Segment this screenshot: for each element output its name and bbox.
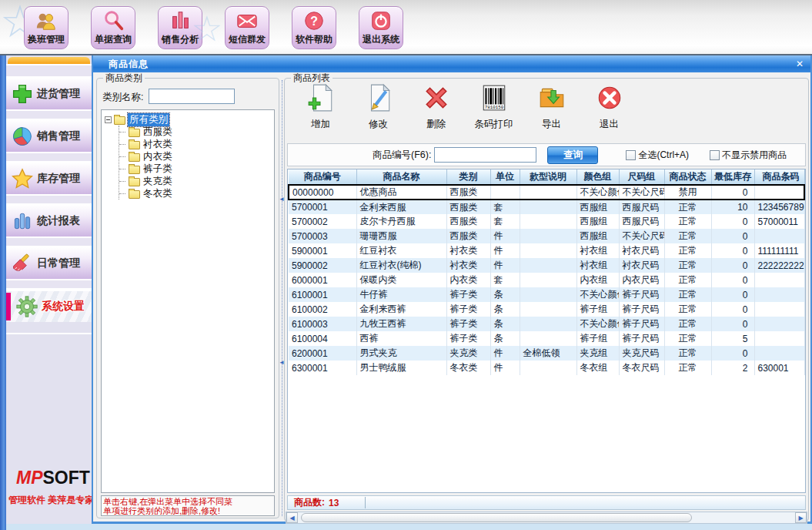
table-cell: 正常	[664, 214, 711, 229]
table-row[interactable]: 6100001牛仔裤裤子类条不关心颜色裤子尺码正常0	[289, 287, 804, 302]
table-cell: 件	[490, 346, 520, 361]
category-name-input[interactable]	[149, 89, 235, 104]
table-cell: 件	[490, 258, 520, 273]
column-header-单位[interactable]: 单位	[490, 169, 520, 185]
table-cell: 西服尺码	[619, 214, 664, 229]
column-header-颜色组[interactable]: 颜色组	[576, 169, 619, 185]
column-header-尺码组[interactable]: 尺码组	[619, 169, 664, 185]
导出-button[interactable]: 导出	[523, 83, 580, 131]
scroll-right-icon[interactable]: ▶	[795, 512, 807, 523]
sidebar-divider	[6, 152, 92, 163]
table-cell: 不关心颜色	[576, 287, 619, 302]
toolbar-button-5[interactable]: ?软件帮助	[292, 6, 336, 49]
hide-disabled-checkbox[interactable]: 不显示禁用商品	[710, 149, 787, 162]
table-cell: 5900002	[289, 258, 356, 273]
column-header-款型说明[interactable]: 款型说明	[520, 169, 576, 185]
table-cell	[754, 346, 804, 361]
category-tree[interactable]: 所有类别 西服类衬衣类内衣类裤子类夹克类冬衣类	[101, 109, 275, 493]
table-cell: 男式夹克	[356, 346, 446, 361]
tree-node-root[interactable]: 所有类别	[102, 113, 274, 126]
退出-button[interactable]: 退出	[580, 83, 638, 131]
tree-collapse-icon[interactable]	[105, 116, 112, 123]
table-cell: 5900001	[289, 243, 356, 258]
product-table[interactable]: 商品编号商品名称类别单位款型说明颜色组尺码组商品状态最低库存商品条码 00000…	[287, 169, 806, 493]
table-row[interactable]: 6300001男士鸭绒服冬衣类件冬衣组冬衣尺码正常2630001	[289, 361, 804, 375]
table-row[interactable]: 5700002皮尔卡丹西服西服类套西服组西服尺码正常057000011	[289, 214, 804, 229]
条码打印-button[interactable]: 7810150条码打印	[465, 83, 523, 131]
table-cell: 裤子类	[446, 302, 490, 317]
table-row[interactable]: 00000000优惠商品西服类不关心颜色不关心尺码禁用0	[289, 185, 804, 200]
scrollbar-thumb[interactable]	[301, 513, 692, 522]
table-cell: 6100004	[289, 331, 356, 346]
toolbar-button-3[interactable]: 销售分析	[158, 6, 202, 49]
toolbar-button-4[interactable]: 短信群发	[225, 6, 269, 49]
table-cell: 衬衣组	[576, 258, 619, 273]
删除-button[interactable]: 删除	[407, 83, 465, 131]
tree-root-label[interactable]: 所有类别	[128, 113, 169, 126]
table-cell	[520, 258, 576, 273]
table-row[interactable]: 6100003九牧王西裤裤子类条不关心颜色裤子尺码正常0	[289, 317, 804, 331]
folder-icon	[129, 141, 140, 149]
sidebar-item-5[interactable]: 日常管理	[6, 247, 92, 279]
table-cell: 57000011	[754, 214, 804, 229]
table-cell	[520, 302, 576, 317]
column-header-商品状态[interactable]: 商品状态	[664, 169, 711, 185]
table-header-row[interactable]: 商品编号商品名称类别单位款型说明颜色组尺码组商品状态最低库存商品条码	[289, 169, 804, 185]
table-row[interactable]: 5700001金利来西服西服类套西服组西服尺码正常10123456789	[289, 200, 804, 214]
sidebar-divider	[6, 109, 92, 120]
column-header-商品编号[interactable]: 商品编号	[289, 169, 356, 185]
tree-node-冬衣类[interactable]: 冬衣类	[119, 187, 274, 200]
column-header-类别[interactable]: 类别	[446, 169, 490, 185]
toolbar-button-2[interactable]: 单据查询	[91, 6, 135, 49]
tree-node-裤子类[interactable]: 裤子类	[119, 163, 274, 175]
sidebar-item-2[interactable]: 销售管理	[6, 120, 92, 152]
sidebar-divider	[6, 64, 92, 78]
column-header-商品名称[interactable]: 商品名称	[356, 169, 446, 185]
table-cell: 件	[490, 229, 520, 243]
table-row[interactable]: 5900002红豆衬衣(纯棉)衬衣类件衬衣组衬衣尺码正常0222222222	[289, 258, 804, 273]
table-row[interactable]: 6000001保暖内类内衣类套内衣组内衣尺码正常0	[289, 273, 804, 287]
table-cell: 222222222	[754, 258, 804, 273]
table-cell	[520, 214, 576, 229]
toolbar-button-1[interactable]: 换班管理	[24, 6, 69, 49]
table-cell: 男士鸭绒服	[356, 361, 446, 375]
tree-node-内衣类[interactable]: 内衣类	[119, 150, 274, 163]
增加-button[interactable]: 增加	[292, 83, 349, 131]
checkbox-icon[interactable]	[710, 150, 720, 160]
table-cell: 111111111	[754, 243, 804, 258]
table-row[interactable]: 5900001红豆衬衣衬衣类件衬衣组衬衣尺码正常0111111111	[289, 243, 804, 258]
scroll-left-icon[interactable]: ◀	[286, 512, 298, 523]
search-icon	[102, 9, 125, 32]
sidebar-item-4[interactable]: 统计报表	[6, 205, 92, 236]
table-row[interactable]: 6100004西裤裤子类条裤子组裤子尺码正常5	[289, 331, 804, 346]
修改-button[interactable]: 修改	[349, 83, 407, 131]
tree-node-夹克类[interactable]: 夹克类	[119, 175, 274, 187]
table-row[interactable]: 6100002金利来西裤裤子类条裤子组裤子尺码正常0	[289, 302, 804, 317]
query-button[interactable]: 查询	[547, 146, 598, 164]
toolbar-button-6[interactable]: 退出系统	[359, 6, 403, 49]
table-body[interactable]: 00000000优惠商品西服类不关心颜色不关心尺码禁用05700001金利来西服…	[289, 185, 804, 375]
table-cell: 西服类	[446, 185, 490, 200]
table-cell: 正常	[664, 302, 711, 317]
product-code-input[interactable]	[434, 147, 536, 163]
folder-icon	[129, 166, 140, 174]
tree-node-衬衣类[interactable]: 衬衣类	[119, 138, 274, 150]
table-row[interactable]: 5700003珊珊西服西服类件西服组不关心尺码正常0	[289, 229, 804, 243]
sidebar-item-1[interactable]: 进货管理	[6, 78, 92, 109]
select-all-checkbox[interactable]: 全选(Ctrl+A)	[626, 149, 689, 162]
table-cell: 裤子组	[576, 331, 619, 346]
column-header-最低库存[interactable]: 最低库存	[711, 169, 754, 185]
toolbar-button-label: 换班管理	[28, 32, 65, 47]
product-count-value: 13	[329, 498, 339, 508]
close-icon[interactable]: ✕	[796, 59, 804, 69]
horizontal-scrollbar[interactable]: ◀ ▶	[286, 512, 807, 524]
sidebar-item-label: 进货管理	[37, 87, 80, 101]
table-row[interactable]: 6200001男式夹克夹克类件全棉低领夹克组夹克尺码正常0	[289, 346, 804, 361]
checkbox-icon[interactable]	[626, 150, 636, 160]
column-header-商品条码[interactable]: 商品条码	[754, 169, 804, 185]
sidebar-item-settings[interactable]: 系统设置	[6, 290, 92, 322]
toolbar-button-label: 退出	[580, 118, 638, 131]
sidebar-item-3[interactable]: 库存管理	[6, 163, 92, 194]
tree-node-西服类[interactable]: 西服类	[119, 126, 274, 138]
table-cell: 5700001	[289, 200, 356, 214]
